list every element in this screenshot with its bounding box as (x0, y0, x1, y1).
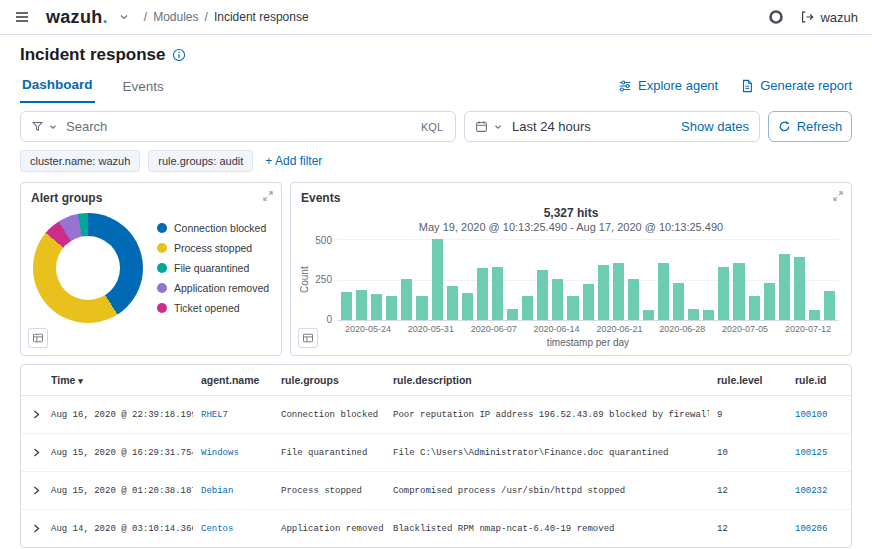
events-chart: Count 500 250 0 2020-05-24 2020-05-31 20… (291, 233, 851, 348)
row-expand-icon[interactable] (21, 434, 43, 472)
column-header-rule-level[interactable]: rule.level (709, 365, 787, 396)
row-expand-icon[interactable] (21, 510, 43, 548)
cell-agent-name[interactable]: RHEL7 (193, 396, 273, 434)
breadcrumb-separator: / (205, 10, 208, 24)
bar (371, 294, 382, 320)
calendar-chevron-icon[interactable] (493, 122, 503, 132)
tab-events[interactable]: Events (121, 71, 166, 103)
topbar-right: wazuh (768, 9, 858, 25)
bar-chart-plot[interactable] (337, 239, 839, 321)
cell-rule-level: 10 (709, 434, 787, 472)
x-axis-label: timestamp per day (337, 337, 839, 348)
tab-dashboard[interactable]: Dashboard (20, 69, 95, 103)
column-header-rule-description[interactable]: rule.description (385, 365, 709, 396)
bar (567, 296, 578, 320)
chart-legend: Connection blocked Process stopped File … (157, 222, 269, 314)
generate-report-button[interactable]: Generate report (740, 78, 852, 103)
column-label: Time (51, 374, 75, 386)
wazuh-logo[interactable]: wazuh. (46, 7, 108, 28)
filter-pill-cluster-name[interactable]: cluster.name: wazuh (20, 150, 140, 172)
cell-rule-groups: Connection blocked (273, 396, 385, 434)
hits-count: 5,327 hits (291, 206, 851, 220)
alert-groups-chart: Connection blocked Process stopped File … (21, 205, 281, 323)
table-row[interactable]: Aug 16, 2020 @ 22:39:18.199 RHEL7 Connec… (21, 396, 851, 434)
menu-icon[interactable] (14, 9, 30, 25)
inspect-table-icon[interactable] (298, 328, 318, 348)
info-icon[interactable] (172, 48, 186, 62)
bar (779, 254, 790, 320)
show-dates-button[interactable]: Show dates (681, 119, 749, 134)
bar (447, 286, 458, 320)
x-tick: 2020-06-07 (471, 324, 517, 334)
bar (583, 284, 594, 320)
y-axis-label: Count (297, 239, 311, 321)
add-filter-button[interactable]: + Add filter (265, 154, 322, 168)
wazuh-app-button[interactable]: wazuh (800, 10, 858, 25)
query-bar: KQL Last 24 hours Show dates Refresh (0, 103, 872, 142)
cell-rule-description: File C:\Users\Administrator\Finance.doc … (385, 434, 709, 472)
bar (794, 257, 805, 320)
query-language-button[interactable]: KQL (419, 121, 445, 133)
row-expand-icon[interactable] (21, 396, 43, 434)
saved-query-chevron-icon[interactable] (48, 122, 58, 132)
refresh-button[interactable]: Refresh (768, 111, 852, 142)
bar (703, 310, 714, 320)
generate-report-label: Generate report (760, 78, 852, 93)
table-row[interactable]: Aug 15, 2020 @ 16:29:31.754 Windows File… (21, 434, 851, 472)
x-tick: 2020-05-24 (345, 324, 391, 334)
cell-rule-id[interactable]: 100232 (787, 472, 851, 510)
x-tick: 2020-07-12 (785, 324, 831, 334)
logo-text: wazuh (46, 7, 103, 28)
expand-panel-icon[interactable] (262, 190, 274, 202)
saved-query-icon[interactable] (31, 120, 44, 133)
search-bar: KQL (20, 111, 456, 142)
column-header-time[interactable]: Time▾ (43, 365, 193, 396)
filter-bar: cluster.name: wazuh rule.groups: audit +… (0, 142, 872, 180)
calendar-icon[interactable] (475, 120, 488, 133)
refresh-label: Refresh (797, 119, 843, 134)
legend-item[interactable]: Process stopped (157, 242, 269, 254)
y-axis-ticks: 500 250 0 (311, 239, 337, 321)
column-header-rule-groups[interactable]: rule.groups (273, 365, 385, 396)
legend-label: File quarantined (174, 262, 249, 274)
legend-item[interactable]: File quarantined (157, 262, 269, 274)
row-expand-icon[interactable] (21, 472, 43, 510)
cell-rule-id[interactable]: 100125 (787, 434, 851, 472)
explore-agent-button[interactable]: Explore agent (618, 78, 718, 103)
sort-desc-icon: ▾ (78, 376, 83, 386)
legend-dot (157, 243, 167, 253)
bar (688, 309, 699, 320)
time-range-button[interactable]: Last 24 hours (512, 119, 591, 134)
cell-rule-id[interactable]: 100206 (787, 510, 851, 548)
legend-item[interactable]: Ticket opened (157, 302, 269, 314)
legend-item[interactable]: Application removed (157, 282, 269, 294)
column-header-agent-name[interactable]: agent.name (193, 365, 273, 396)
health-ring-icon[interactable] (768, 9, 784, 25)
bar (462, 293, 473, 320)
cell-agent-name[interactable]: Debian (193, 472, 273, 510)
header-expander (21, 365, 43, 396)
breadcrumb-modules[interactable]: Modules (153, 10, 198, 24)
cell-rule-id[interactable]: 100100 (787, 396, 851, 434)
legend-item[interactable]: Connection blocked (157, 222, 269, 234)
cell-agent-name[interactable]: Centos (193, 510, 273, 548)
alert-groups-donut[interactable] (33, 213, 143, 323)
modules-menu-chevron-icon[interactable] (118, 11, 130, 23)
page-title: Incident response (20, 45, 852, 65)
bar (341, 292, 352, 320)
y-tick: 250 (315, 274, 332, 285)
table-row[interactable]: Aug 15, 2020 @ 01:20:38.187 Debian Proce… (21, 472, 851, 510)
explore-agent-icon (618, 79, 632, 93)
cell-agent-name[interactable]: Windows (193, 434, 273, 472)
column-header-rule-id[interactable]: rule.id (787, 365, 851, 396)
bar (401, 279, 412, 320)
legend-label: Process stopped (174, 242, 252, 254)
expand-panel-icon[interactable] (832, 190, 844, 202)
x-tick: 2020-06-28 (659, 324, 705, 334)
table-row[interactable]: Aug 14, 2020 @ 03:10:14.366 Centos Appli… (21, 510, 851, 548)
inspect-table-icon[interactable] (28, 328, 48, 348)
filter-pill-rule-groups[interactable]: rule.groups: audit (148, 150, 253, 172)
x-tick: 2020-07-05 (722, 324, 768, 334)
bar (552, 279, 563, 320)
search-input[interactable] (66, 119, 415, 134)
